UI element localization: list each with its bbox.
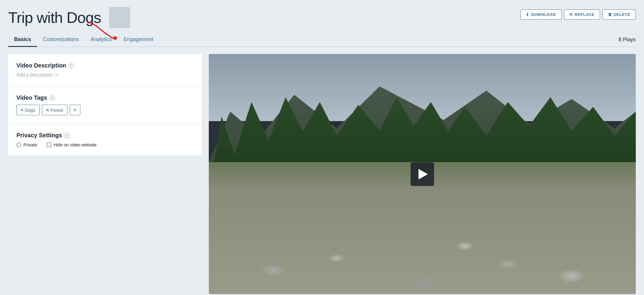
hide-on-website-checkbox[interactable]: Hide on video website — [47, 142, 97, 147]
tags-title-text: Video Tags — [16, 94, 47, 101]
tab-analytics[interactable]: Analytics — [85, 33, 118, 47]
page-wrapper: Trip with Dogs ⬇ DOWNLOAD ⟳ REPLACE 🗑 DE… — [0, 0, 644, 295]
tabs-list: Basics Customizations Analytics Engageme… — [8, 33, 159, 46]
tags-section: Video Tags ? × Dogs × Forest + — [8, 86, 202, 124]
video-panel — [209, 54, 636, 294]
tab-customizations[interactable]: Customizations — [37, 33, 85, 47]
tags-title: Video Tags ? — [16, 94, 194, 101]
description-placeholder[interactable]: Add a description ✏ — [16, 72, 194, 78]
tags-help-icon[interactable]: ? — [50, 95, 55, 101]
delete-button[interactable]: 🗑 DELETE — [602, 9, 636, 20]
plays-count: 8 Plays — [618, 37, 636, 43]
description-title-text: Video Description — [16, 62, 66, 69]
tag-dogs-remove[interactable]: × — [21, 108, 23, 112]
download-label: DOWNLOAD — [531, 12, 556, 17]
tag-dogs-label: Dogs — [25, 108, 35, 113]
play-triangle-icon — [418, 169, 428, 179]
delete-label: DELETE — [614, 12, 630, 17]
title-area: Trip with Dogs — [8, 7, 130, 28]
tab-basics[interactable]: Basics — [8, 33, 37, 47]
hide-on-website-box — [47, 143, 51, 147]
tag-add-button[interactable]: + — [70, 105, 80, 115]
replace-button[interactable]: ⟳ REPLACE — [564, 9, 600, 20]
hide-on-website-label: Hide on video website — [54, 142, 97, 147]
tag-forest[interactable]: × Forest — [42, 105, 67, 115]
tag-dogs[interactable]: × Dogs — [16, 105, 40, 115]
description-section: Video Description ? Add a description ✏ — [8, 54, 202, 86]
tags-container: × Dogs × Forest + — [16, 105, 194, 115]
page-title: Trip with Dogs — [8, 9, 101, 26]
tabs-bar: Basics Customizations Analytics Engageme… — [8, 33, 636, 47]
replace-icon: ⟳ — [570, 12, 573, 17]
tab-engagement[interactable]: Engagement — [118, 33, 159, 47]
private-radio-label: Private — [23, 142, 37, 147]
video-thumbnail — [109, 7, 130, 28]
description-placeholder-text: Add a description — [16, 72, 53, 78]
tag-add-icon: + — [73, 107, 77, 113]
tag-forest-remove[interactable]: × — [46, 108, 49, 112]
download-icon: ⬇ — [526, 12, 529, 17]
privacy-section: Privacy Settings ? Private Hide on video… — [8, 124, 202, 155]
left-panel: Video Description ? Add a description ✏ … — [8, 54, 202, 155]
main-content: Video Description ? Add a description ✏ … — [8, 54, 636, 294]
header-actions: ⬇ DOWNLOAD ⟳ REPLACE 🗑 DELETE — [520, 9, 636, 20]
privacy-help-icon[interactable]: ? — [65, 133, 70, 138]
delete-icon: 🗑 — [608, 12, 612, 17]
edit-icon[interactable]: ✏ — [55, 73, 59, 77]
video-container[interactable] — [209, 54, 636, 294]
description-help-icon[interactable]: ? — [69, 63, 74, 68]
privacy-title-text: Privacy Settings — [16, 132, 62, 139]
rocks-layer — [209, 174, 636, 294]
tag-forest-label: Forest — [50, 108, 63, 113]
private-radio[interactable]: Private — [16, 142, 37, 147]
download-button[interactable]: ⬇ DOWNLOAD — [520, 9, 561, 20]
privacy-row: Private Hide on video website — [16, 142, 194, 147]
header: Trip with Dogs ⬇ DOWNLOAD ⟳ REPLACE 🗑 DE… — [8, 7, 636, 28]
description-title: Video Description ? — [16, 62, 194, 69]
privacy-title: Privacy Settings ? — [16, 132, 194, 139]
private-radio-circle — [16, 143, 21, 147]
replace-label: REPLACE — [574, 12, 594, 17]
play-button[interactable] — [411, 162, 434, 186]
